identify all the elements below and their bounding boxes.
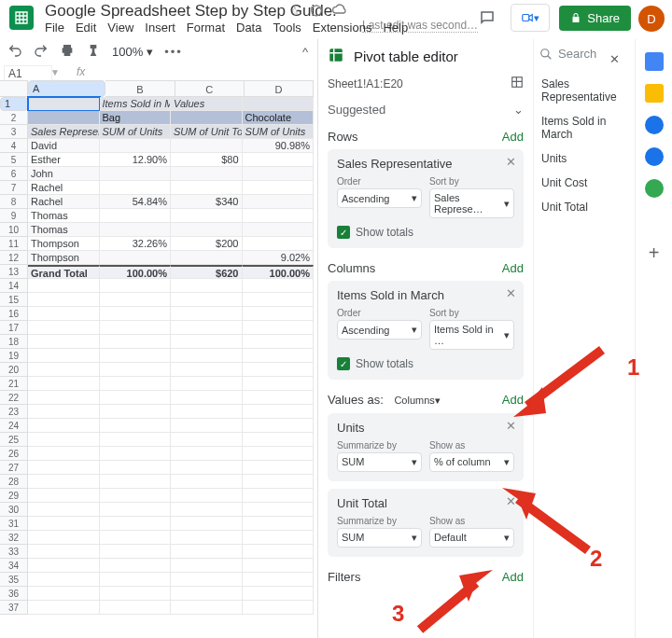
cell[interactable] [243, 209, 315, 223]
cell[interactable] [100, 573, 172, 587]
cell[interactable] [28, 447, 100, 461]
chevron-down-icon[interactable]: ⌄ [513, 103, 524, 117]
cell[interactable] [243, 517, 315, 531]
redo-icon[interactable] [34, 43, 49, 61]
menu-data[interactable]: Data [236, 21, 261, 35]
collapse-toolbar-icon[interactable]: ^ [302, 45, 308, 59]
menu-help[interactable]: Help [383, 21, 408, 35]
cell[interactable] [171, 587, 243, 601]
cell[interactable] [100, 279, 172, 293]
cell[interactable] [100, 377, 172, 391]
cell[interactable] [171, 349, 243, 363]
field-item[interactable]: Unit Cost [539, 171, 625, 195]
cell[interactable] [100, 293, 172, 307]
contacts-icon[interactable] [645, 147, 664, 166]
cell[interactable] [171, 475, 243, 489]
share-button[interactable]: Share [559, 6, 631, 31]
row-header[interactable]: 2 [0, 111, 28, 125]
more-icon[interactable]: ••• [164, 45, 183, 59]
cell[interactable]: 32.26% [100, 237, 172, 251]
namebox-dropdown-icon[interactable]: ▼ [50, 67, 60, 77]
cell[interactable] [243, 391, 315, 405]
cell[interactable]: $200 [171, 237, 243, 251]
row-header[interactable]: 17 [0, 321, 28, 335]
row-header[interactable]: 3 [0, 125, 28, 139]
row-header[interactable]: 24 [0, 419, 28, 433]
cell[interactable] [243, 321, 315, 335]
cell[interactable] [28, 97, 100, 111]
row-header[interactable]: 26 [0, 447, 28, 461]
cell[interactable]: Bag [100, 111, 172, 125]
cell[interactable]: SUM of Units [100, 125, 172, 139]
cell[interactable] [28, 419, 100, 433]
cell[interactable] [28, 335, 100, 349]
cell[interactable] [243, 181, 315, 195]
cell[interactable] [171, 279, 243, 293]
cell[interactable]: 100.00% [243, 265, 315, 279]
cell[interactable]: Values [171, 97, 243, 111]
tasks-icon[interactable] [645, 116, 664, 134]
cell[interactable]: $340 [171, 195, 243, 209]
cell[interactable] [243, 531, 315, 545]
cell[interactable] [243, 195, 315, 209]
cell[interactable] [243, 335, 315, 349]
cell[interactable] [243, 223, 315, 237]
row-header[interactable]: 12 [0, 251, 28, 265]
row-header[interactable]: 36 [0, 587, 28, 601]
paint-icon[interactable] [86, 43, 101, 61]
row-header[interactable]: 11 [0, 237, 28, 251]
cell[interactable] [100, 559, 172, 573]
cell[interactable]: SUM of Units [243, 125, 315, 139]
cell[interactable]: Rachel [28, 181, 100, 195]
cell[interactable] [243, 433, 315, 447]
cell[interactable] [243, 419, 315, 433]
cell[interactable] [243, 489, 315, 503]
rows-add-button[interactable]: Add [502, 130, 524, 144]
cell[interactable] [171, 391, 243, 405]
row-header[interactable]: 27 [0, 461, 28, 475]
row-header[interactable]: 28 [0, 475, 28, 489]
undo-icon[interactable] [7, 43, 22, 61]
row-header[interactable]: 15 [0, 293, 28, 307]
cell[interactable] [28, 405, 100, 419]
cell[interactable]: 90.98% [243, 139, 315, 153]
row-header[interactable]: 20 [0, 363, 28, 377]
cell[interactable] [100, 531, 172, 545]
row-header[interactable]: 25 [0, 433, 28, 447]
cell[interactable] [100, 405, 172, 419]
cell[interactable] [100, 433, 172, 447]
cell[interactable] [100, 167, 172, 181]
cell[interactable] [28, 587, 100, 601]
cell[interactable] [243, 363, 315, 377]
cell[interactable]: Thompson [28, 237, 100, 251]
row-header[interactable]: 10 [0, 223, 28, 237]
row-header[interactable]: 32 [0, 531, 28, 545]
row-header[interactable]: 9 [0, 209, 28, 223]
comments-icon[interactable] [473, 4, 501, 32]
cell[interactable] [28, 307, 100, 321]
cell[interactable] [171, 419, 243, 433]
row-header[interactable]: 14 [0, 279, 28, 293]
row-header[interactable]: 23 [0, 405, 28, 419]
suggested-label[interactable]: Suggested [328, 103, 385, 117]
cell[interactable] [171, 531, 243, 545]
cell[interactable]: Esther [28, 153, 100, 167]
cell[interactable]: Items Sold in Ma [100, 97, 172, 111]
cell[interactable] [243, 349, 315, 363]
cell[interactable] [28, 363, 100, 377]
cell[interactable] [243, 601, 315, 615]
cell[interactable] [243, 293, 315, 307]
cell[interactable] [171, 489, 243, 503]
row-header[interactable]: 37 [0, 601, 28, 615]
range-picker-icon[interactable] [511, 76, 524, 91]
calendar-icon[interactable] [645, 52, 664, 71]
cell[interactable] [28, 279, 100, 293]
cell[interactable] [243, 545, 315, 559]
value-summarize-select[interactable]: SUM▾ [337, 528, 422, 548]
cell[interactable] [28, 531, 100, 545]
cols-showtotals-checkbox[interactable]: ✓ [337, 357, 350, 370]
print-icon[interactable] [60, 43, 75, 61]
row-header[interactable]: 35 [0, 573, 28, 587]
menu-insert[interactable]: Insert [145, 21, 175, 35]
remove-row-field-icon[interactable]: ✕ [506, 155, 516, 169]
